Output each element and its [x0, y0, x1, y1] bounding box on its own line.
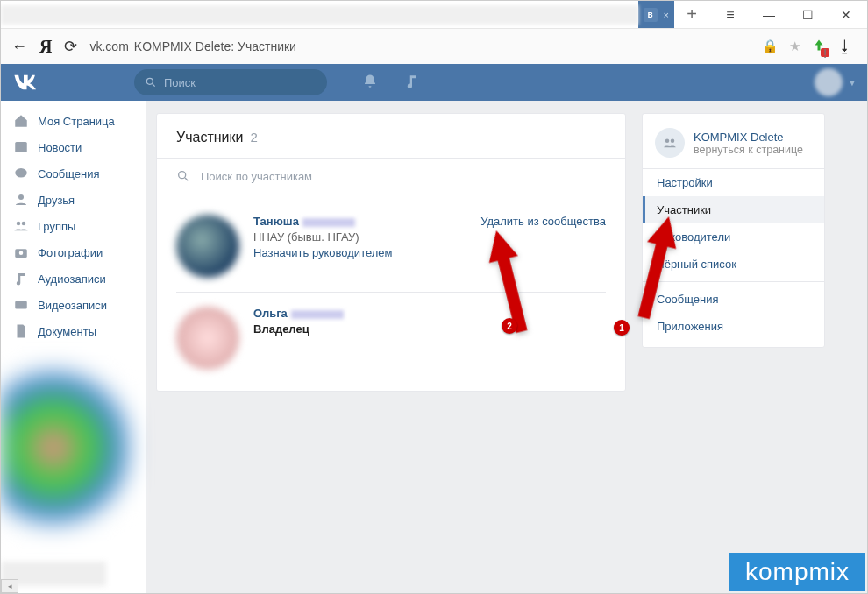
active-browser-tab[interactable]: в ×	[638, 1, 674, 28]
omnibox[interactable]: vk.com KOMPMIX Delete: Участники	[89, 39, 746, 53]
svg-point-5	[17, 222, 21, 226]
manage-nav-members[interactable]: Участники	[643, 196, 824, 223]
browser-menu-icon[interactable]: ≡	[718, 7, 743, 23]
nav-label: Сообщения	[38, 167, 100, 180]
nav-label: Друзья	[38, 194, 75, 207]
vk-profile-menu[interactable]: ▼	[815, 68, 857, 96]
music-icon[interactable]	[404, 74, 420, 92]
video-icon	[13, 297, 29, 313]
member-row: Танюша ННАУ (бывш. НГАУ) Назначить руков…	[157, 201, 625, 292]
svg-point-4	[18, 194, 24, 200]
community-header[interactable]: KOMPMIX Delete вернуться к странице	[643, 121, 824, 169]
nav-my-page[interactable]: Моя Страница	[1, 108, 146, 134]
manage-nav-apps[interactable]: Приложения	[643, 313, 824, 340]
manage-nav-managers[interactable]: Руководители	[643, 223, 824, 251]
vk-topbar: Поиск ▼	[1, 64, 867, 101]
svg-point-13	[671, 139, 675, 144]
assign-role-link[interactable]: Назначить руководителем	[253, 246, 466, 259]
notifications-icon[interactable]	[362, 74, 378, 92]
nav-label: Аудиозаписи	[38, 272, 106, 286]
right-sidebar: KOMPMIX Delete вернуться к странице Наст…	[637, 101, 834, 594]
address-bar: ← Я ⟳ vk.com KOMPMIX Delete: Участники 🔒…	[1, 29, 867, 64]
yandex-logo-icon[interactable]: Я	[39, 37, 52, 57]
member-avatar[interactable]	[176, 215, 239, 278]
messages-icon	[13, 166, 29, 181]
window-controls: ≡ — ☐ ✕	[709, 7, 867, 23]
nav-docs[interactable]: Документы	[1, 318, 146, 344]
nav-friends[interactable]: Друзья	[1, 187, 146, 213]
groups-icon	[13, 218, 29, 234]
svg-line-1	[153, 84, 155, 87]
nav-groups[interactable]: Группы	[1, 213, 146, 239]
member-name-link[interactable]: Ольга	[253, 307, 606, 320]
member-surname-blur	[302, 218, 355, 227]
svg-point-12	[665, 139, 670, 144]
svg-rect-2	[15, 142, 27, 152]
manage-nav-settings[interactable]: Настройки	[643, 169, 824, 196]
member-avatar[interactable]	[176, 307, 239, 370]
community-avatar-icon	[655, 128, 685, 158]
members-card: Участники 2 Поиск по участникам Танюша Н…	[156, 113, 626, 392]
downloads-icon[interactable]: ⭳	[837, 38, 853, 56]
extension-savefrom-icon[interactable]: !	[811, 39, 827, 54]
vk-search-field[interactable]: Поиск	[134, 69, 327, 95]
member-row: Ольга Владелец	[176, 292, 606, 384]
divider	[643, 281, 824, 282]
members-title: Участники	[176, 130, 243, 145]
reload-button[interactable]: ⟳	[64, 37, 77, 56]
members-header: Участники 2	[157, 114, 625, 158]
watermark: kompmix	[729, 553, 865, 591]
svg-point-3	[15, 168, 27, 178]
nav-label: Группы	[38, 220, 75, 233]
vk-logo-icon	[11, 70, 36, 95]
nav-photos[interactable]: Фотографии	[1, 239, 146, 265]
vk-logo[interactable]	[11, 70, 134, 95]
manage-nav-blacklist[interactable]: Чёрный список	[643, 251, 824, 278]
audio-icon	[13, 271, 29, 286]
nav-news[interactable]: Новости	[1, 134, 146, 160]
nav-label: Фотографии	[38, 246, 103, 259]
search-icon	[145, 76, 157, 88]
close-window-button[interactable]: ✕	[834, 8, 858, 22]
left-sidebar: Моя Страница Новости Сообщения Друзья Гр…	[1, 101, 146, 594]
member-subtitle: ННАУ (бывш. НГАУ)	[253, 230, 466, 244]
member-name-link[interactable]: Танюша	[253, 215, 466, 228]
bookmark-star-icon[interactable]: ★	[789, 39, 800, 54]
community-name-link[interactable]: KOMPMIX Delete	[694, 131, 803, 144]
lock-icon[interactable]: 🔒	[762, 39, 779, 54]
nav-video[interactable]: Видеозаписи	[1, 292, 146, 318]
svg-point-6	[22, 222, 26, 226]
home-icon	[13, 113, 29, 129]
manage-nav-messages[interactable]: Сообщения	[643, 286, 824, 313]
horizontal-scroll-left[interactable]: ◂	[1, 579, 18, 593]
url-page-title: KOMPMIX Delete: Участники	[134, 39, 296, 53]
new-tab-button[interactable]: +	[674, 1, 709, 28]
member-role-label: Владелец	[253, 322, 606, 336]
url-host: vk.com	[89, 39, 128, 53]
svg-point-10	[179, 172, 186, 179]
friends-icon	[13, 192, 29, 208]
svg-point-0	[146, 78, 153, 84]
inactive-tabs-blur	[1, 5, 638, 25]
chevron-down-icon: ▼	[848, 78, 857, 88]
community-manage-card: KOMPMIX Delete вернуться к странице Наст…	[642, 113, 825, 348]
browser-tabstrip: в × +	[1, 1, 709, 28]
nav-label: Моя Страница	[38, 115, 115, 128]
maximize-button[interactable]: ☐	[795, 8, 820, 22]
sidebar-widget-blur	[1, 360, 132, 535]
news-icon	[13, 139, 29, 155]
minimize-button[interactable]: —	[757, 8, 781, 22]
search-icon	[176, 169, 190, 183]
back-to-community-link[interactable]: вернуться к странице	[694, 144, 803, 156]
close-tab-icon[interactable]: ×	[662, 10, 671, 20]
remove-from-community-link[interactable]: Удалить из сообщества	[480, 215, 606, 228]
nav-messages[interactable]: Сообщения	[1, 160, 146, 187]
window-titlebar: в × + ≡ — ☐ ✕	[1, 1, 867, 29]
nav-audio[interactable]: Аудиозаписи	[1, 265, 146, 292]
members-search[interactable]: Поиск по участникам	[157, 158, 625, 194]
back-button[interactable]: ←	[11, 38, 27, 56]
member-surname-blur	[291, 310, 344, 319]
camera-icon	[13, 244, 29, 260]
svg-line-11	[185, 178, 188, 180]
svg-rect-9	[15, 301, 27, 309]
